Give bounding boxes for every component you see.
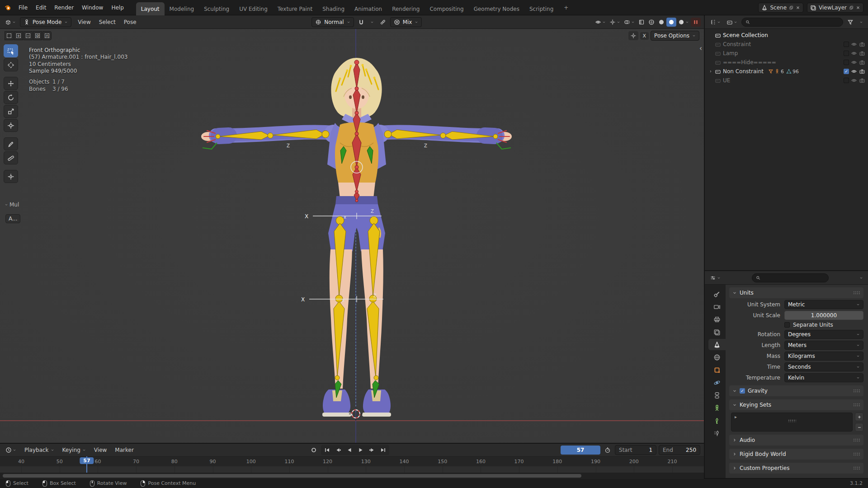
- measure-tool[interactable]: [4, 151, 18, 164]
- view-layer-selector[interactable]: ViewLayer: [807, 3, 863, 13]
- workspace-tab-modeling[interactable]: Modeling: [165, 2, 199, 15]
- select-field[interactable]: Meters: [784, 341, 863, 350]
- select-field[interactable]: Kilograms: [784, 352, 863, 361]
- outliner-row[interactable]: Non Constraint 6 96: [705, 67, 868, 76]
- outliner-item-hide[interactable]: ====Hide=====: [723, 59, 776, 66]
- annotate-tool[interactable]: [4, 137, 18, 150]
- checkbox-field[interactable]: Separate Units: [784, 322, 863, 328]
- keying-sets-list[interactable]: ▸: [731, 413, 853, 432]
- drag-grip-icon[interactable]: [853, 291, 860, 295]
- drag-grip-icon[interactable]: [853, 389, 860, 393]
- properties-tab-bone[interactable]: [708, 415, 726, 426]
- timeline-body[interactable]: [0, 466, 704, 473]
- workspace-tab-layout[interactable]: Layout: [136, 2, 165, 15]
- properties-tab-constraints[interactable]: [708, 389, 726, 401]
- snap-settings-button[interactable]: [368, 19, 376, 25]
- timeline-menu-marker[interactable]: Marker: [111, 445, 137, 455]
- workspace-tab-uv-editing[interactable]: UV Editing: [234, 2, 273, 15]
- shading-material-button[interactable]: [666, 18, 676, 27]
- drag-grip-icon[interactable]: [853, 466, 860, 470]
- exclude-checkbox[interactable]: [844, 60, 849, 65]
- panel-units[interactable]: Units: [729, 287, 863, 298]
- next-keyframe-button[interactable]: [367, 446, 377, 455]
- new-view-layer-icon[interactable]: [849, 5, 854, 10]
- exclude-checkbox[interactable]: [844, 42, 849, 47]
- viewport-menu-select[interactable]: Select: [95, 17, 120, 27]
- expand-icon[interactable]: [709, 70, 712, 73]
- frame-end-field[interactable]: End 250: [659, 445, 700, 455]
- auto-keying-button[interactable]: [309, 446, 319, 455]
- viewport-menu-pose[interactable]: Pose: [120, 17, 141, 27]
- render-visibility-icon[interactable]: [859, 77, 865, 84]
- workspace-tab-texture-paint[interactable]: Texture Paint: [273, 2, 317, 15]
- menu-render[interactable]: Render: [50, 3, 78, 13]
- render-visibility-icon[interactable]: [859, 59, 865, 66]
- proportional-editing-button[interactable]: [378, 18, 388, 27]
- outliner-row[interactable]: UE: [705, 76, 868, 85]
- properties-search-input[interactable]: [763, 275, 812, 281]
- outliner-search-input[interactable]: [752, 19, 802, 25]
- hide-eye-icon[interactable]: [851, 77, 857, 84]
- shading-solid-button[interactable]: [656, 18, 666, 27]
- mode-selector[interactable]: Pose Mode: [20, 17, 71, 27]
- checkbox[interactable]: [784, 322, 790, 328]
- transform-tool[interactable]: [4, 119, 18, 132]
- outliner-item-constraint[interactable]: Constraint: [723, 41, 751, 47]
- drag-grip-icon[interactable]: [853, 452, 860, 456]
- frame-ruler[interactable]: 4050607080901001101201301401501601701801…: [0, 456, 704, 466]
- editor-type-button[interactable]: [4, 446, 18, 455]
- panel-custom-properties[interactable]: Custom Properties: [729, 463, 863, 474]
- filter-options-button[interactable]: [858, 19, 865, 25]
- panel-keying-sets[interactable]: Keying Sets: [729, 399, 863, 410]
- workspace-tab-scripting[interactable]: Scripting: [524, 2, 558, 15]
- hide-eye-icon[interactable]: [851, 41, 857, 47]
- add-workspace-button[interactable]: +: [560, 3, 572, 13]
- properties-tab-scene[interactable]: [708, 339, 726, 350]
- blender-logo-icon[interactable]: [5, 4, 12, 11]
- panel-rigid-body-world[interactable]: Rigid Body World: [729, 449, 863, 460]
- annotate-collapsed-button[interactable]: A...: [5, 214, 20, 223]
- previous-keyframe-button[interactable]: [333, 446, 344, 455]
- drag-grip-icon[interactable]: [853, 438, 860, 442]
- editor-type-button[interactable]: [708, 18, 722, 27]
- timeline-scrollbar[interactable]: [0, 473, 704, 479]
- cursor-tool[interactable]: [4, 58, 18, 71]
- properties-tab-world[interactable]: [708, 352, 726, 363]
- gravity-checkbox[interactable]: [740, 388, 745, 394]
- drag-grip-icon[interactable]: [853, 403, 860, 407]
- select-field[interactable]: Degrees: [784, 330, 863, 339]
- properties-tab-output[interactable]: [708, 314, 726, 325]
- x-mirror-button[interactable]: X: [640, 32, 649, 40]
- workspace-tab-rendering[interactable]: Rendering: [387, 2, 425, 15]
- transform-orientation-selector[interactable]: Normal: [311, 17, 354, 27]
- new-scene-icon[interactable]: [789, 5, 793, 10]
- add-keying-set-button[interactable]: [855, 413, 863, 421]
- remove-view-layer-icon[interactable]: [856, 5, 860, 10]
- current-frame-field[interactable]: 57: [561, 446, 600, 455]
- properties-tab-bone-constraint[interactable]: [708, 427, 726, 439]
- editor-type-button[interactable]: [708, 273, 722, 282]
- exclude-checkbox[interactable]: [844, 69, 849, 74]
- properties-tab-tool[interactable]: [708, 288, 726, 300]
- select-mode-extend[interactable]: +: [14, 31, 23, 40]
- select-mode-intersect[interactable]: ∩: [42, 31, 52, 40]
- display-mode-button[interactable]: [725, 18, 739, 27]
- exclude-checkbox[interactable]: [844, 78, 849, 83]
- overlays-button[interactable]: [622, 18, 637, 27]
- filter-button[interactable]: [845, 18, 855, 27]
- workspace-tab-animation[interactable]: Animation: [349, 2, 387, 15]
- render-visibility-icon[interactable]: [859, 41, 865, 47]
- viewport-canvas[interactable]: Z Z X x Z: [0, 29, 704, 443]
- move-tool[interactable]: [4, 77, 18, 90]
- gizmo-widget-button[interactable]: [628, 31, 638, 40]
- workspace-tab-sculpting[interactable]: Sculpting: [199, 2, 234, 15]
- select-box-tool[interactable]: [4, 44, 18, 57]
- timeline-menu-playback[interactable]: Playback: [20, 445, 58, 455]
- rotate-tool[interactable]: [4, 91, 18, 104]
- select-mode-new[interactable]: [5, 31, 14, 40]
- outliner-row[interactable]: ====Hide=====: [705, 58, 868, 67]
- playhead[interactable]: 57: [86, 456, 87, 473]
- expand-icon[interactable]: ▸: [735, 414, 737, 419]
- properties-options-button[interactable]: [858, 275, 865, 281]
- properties-tab-object[interactable]: [708, 364, 726, 375]
